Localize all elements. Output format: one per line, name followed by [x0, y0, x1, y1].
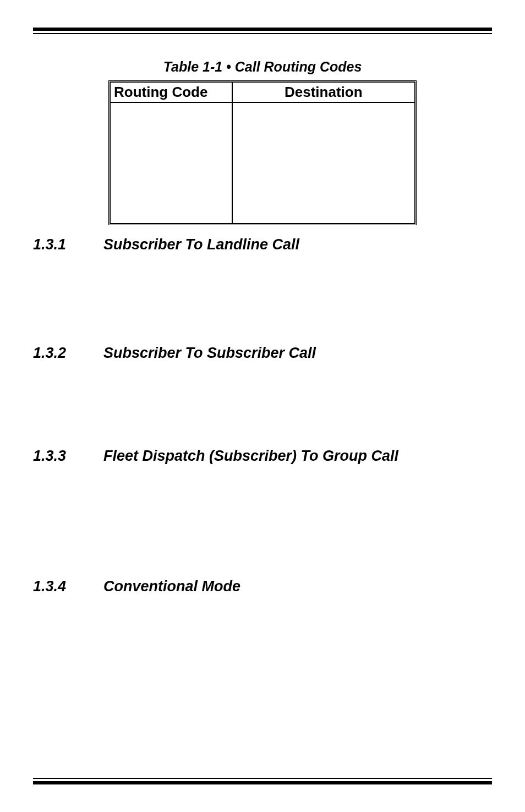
section-number: 1.3.2: [33, 345, 77, 362]
section-title: Conventional Mode: [103, 578, 240, 595]
section-number: 1.3.3: [33, 448, 77, 465]
section-1-3-3: 1.3.3 Fleet Dispatch (Subscriber) To Gro…: [33, 448, 492, 575]
section-heading: 1.3.3 Fleet Dispatch (Subscriber) To Gro…: [33, 448, 492, 465]
table-row: [110, 102, 415, 224]
top-horizontal-rule: [33, 28, 492, 34]
section-1-3-2: 1.3.2 Subscriber To Subscriber Call: [33, 345, 492, 444]
cell-routing-code: [110, 102, 232, 224]
section-body-placeholder: [33, 601, 492, 634]
section-number: 1.3.4: [33, 578, 77, 595]
section-heading: 1.3.2 Subscriber To Subscriber Call: [33, 345, 492, 362]
section-title: Fleet Dispatch (Subscriber) To Group Cal…: [103, 448, 398, 465]
section-body-placeholder: [33, 367, 492, 444]
table-header-row: Routing Code Destination: [110, 82, 415, 102]
section-1-3-4: 1.3.4 Conventional Mode: [33, 578, 492, 634]
table-caption: Table 1-1 • Call Routing Codes: [33, 59, 492, 75]
section-body-placeholder: [33, 470, 492, 575]
section-title: Subscriber To Landline Call: [103, 236, 299, 253]
section-heading: 1.3.1 Subscriber To Landline Call: [33, 236, 492, 253]
section-body-placeholder: [33, 259, 492, 341]
header-routing-code: Routing Code: [110, 82, 232, 102]
cell-destination: [232, 102, 415, 224]
section-title: Subscriber To Subscriber Call: [103, 345, 316, 362]
section-number: 1.3.1: [33, 236, 77, 253]
bottom-horizontal-rule: [33, 778, 492, 784]
header-destination: Destination: [232, 82, 415, 102]
section-heading: 1.3.4 Conventional Mode: [33, 578, 492, 595]
routing-codes-table: Routing Code Destination: [108, 80, 417, 225]
section-1-3-1: 1.3.1 Subscriber To Landline Call: [33, 236, 492, 341]
